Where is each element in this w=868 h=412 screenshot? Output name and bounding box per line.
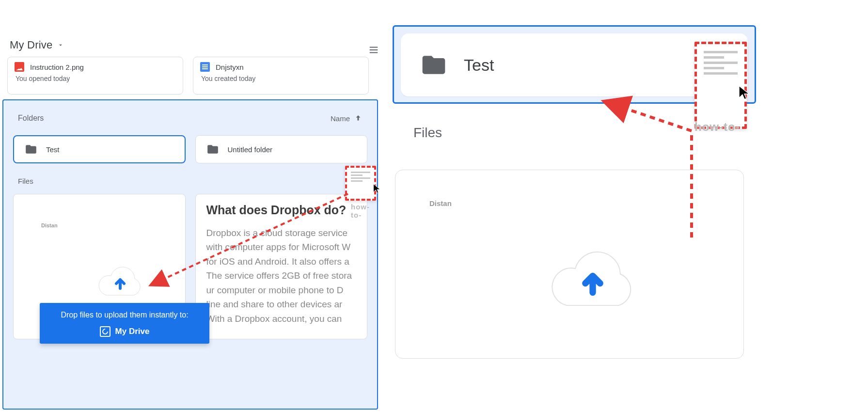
list-view-icon (368, 45, 379, 55)
recent-title: Dnjstyxn (216, 63, 244, 71)
dragged-file-caption: how-to- (694, 120, 740, 134)
gdoc-file-icon (200, 62, 210, 72)
chevron-down-icon (57, 42, 64, 48)
breadcrumb[interactable]: My Drive (10, 39, 64, 51)
doc-preview-body: Dropbox is a cloud storage service with … (206, 226, 357, 326)
upload-cloud-overlay (568, 262, 617, 298)
recent-card-instruction2[interactable]: Instruction 2.png You opened today (7, 57, 183, 95)
files-label: Files (18, 177, 377, 185)
files-label: Files (413, 125, 442, 141)
recent-row: Instruction 2.png You opened today Dnjst… (7, 57, 369, 95)
list-layout-button[interactable] (368, 45, 379, 55)
recent-card-doc[interactable]: Dnjstyxn You created today (193, 57, 369, 95)
folder-icon (420, 51, 447, 79)
mouse-cursor-icon (737, 85, 753, 101)
recent-subtitle: You created today (201, 75, 362, 82)
folders-section-header: Folders Name (3, 100, 377, 135)
arrow-up-icon (354, 114, 363, 123)
folder-untitled[interactable]: Untitled folder (195, 135, 367, 163)
folder-name: Test (46, 145, 60, 154)
dragged-file-caption: how-to- (351, 203, 378, 219)
cloud-upload-icon (96, 264, 144, 298)
folder-icon (25, 143, 37, 156)
tooltip-line2: My Drive (115, 327, 150, 336)
mouse-cursor-icon (372, 183, 382, 194)
drop-target-zone[interactable]: Folders Name Test Untitled folder Files … (2, 99, 378, 410)
folder-name: Untitled folder (228, 145, 273, 154)
drive-folder-drop-view: Test Files Distan how-to- (385, 0, 868, 412)
folder-icon (206, 143, 219, 156)
upload-cloud-overlay (96, 264, 144, 300)
doc-preview-heading: What does Dropbox do? (206, 203, 357, 217)
recent-subtitle: You opened today (16, 75, 176, 82)
folders-grid: Test Untitled folder (3, 135, 377, 163)
placeholder-blur-text: Distan (41, 222, 58, 228)
folders-label: Folders (18, 114, 44, 123)
folder-test[interactable]: Test (13, 135, 186, 163)
cloud-upload-icon (547, 247, 639, 311)
breadcrumb-label: My Drive (10, 39, 52, 51)
drive-icon (100, 326, 110, 337)
drive-main-view: My Drive Instruction 2.png You opened to… (0, 0, 378, 412)
upload-destination-tooltip: Drop files to upload them instantly to: … (40, 303, 209, 344)
sort-label: Name (331, 114, 350, 123)
image-file-icon (15, 62, 24, 72)
file-card-dropbox-doc[interactable]: What does Dropbox do? Dropbox is a cloud… (195, 194, 368, 339)
sort-control[interactable]: Name (331, 114, 363, 123)
folder-name: Test (464, 56, 494, 75)
recent-title: Instruction 2.png (30, 63, 84, 71)
placeholder-blur-text: Distan (429, 199, 452, 207)
tooltip-line1: Drop files to upload them instantly to: (47, 311, 203, 319)
svg-line-1 (623, 108, 692, 131)
